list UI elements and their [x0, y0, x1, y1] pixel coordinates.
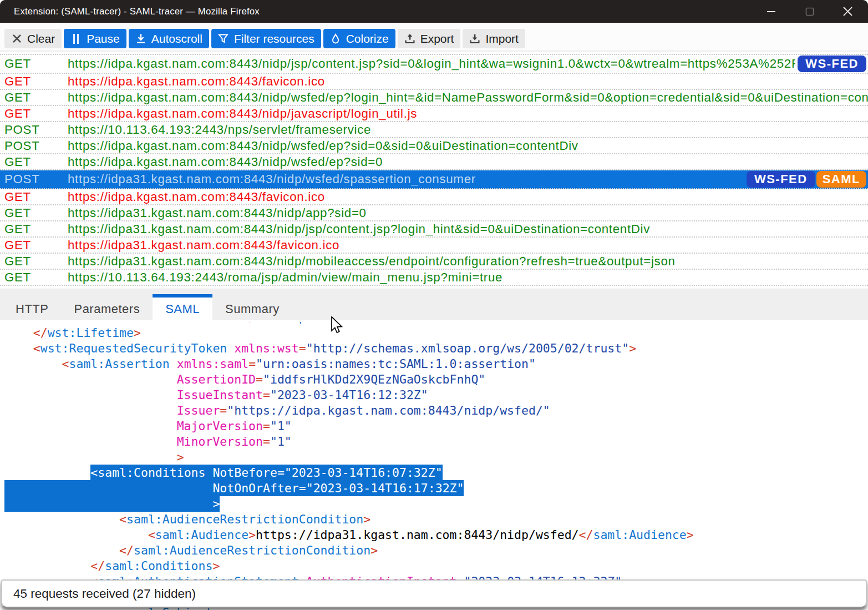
request-url: https://idpa31.kgast.nam.com:8443/nidp/w…: [68, 172, 744, 186]
pause-button[interactable]: Pause: [64, 29, 126, 48]
window-controls: [752, 0, 868, 23]
clear-icon: [11, 33, 22, 44]
request-row[interactable]: POSThttps://idpa31.kgast.nam.com:8443/ni…: [0, 170, 868, 189]
request-row[interactable]: GEThttps://idpa31.kgast.nam.com:8443/fav…: [0, 238, 868, 254]
tab-http[interactable]: HTTP: [3, 294, 61, 320]
minimize-button[interactable]: [752, 0, 790, 23]
request-row[interactable]: GEThttps://idpa.kgast.nam.com:8443/nidp/…: [0, 154, 868, 170]
colorize-icon: [330, 33, 341, 44]
request-row[interactable]: GEThttps://idpa.kgast.nam.com:8443/nidp/…: [0, 90, 868, 106]
request-list: GEThttps://idpa.kgast.nam.com:8443/nidp/…: [0, 54, 868, 286]
request-method: GET: [4, 57, 68, 71]
request-row[interactable]: GEThttps://10.113.64.193:2443/roma/jsp/a…: [0, 270, 868, 286]
request-method: GET: [4, 90, 68, 105]
detail-tabbar: HTTPParametersSAMLSummary: [0, 289, 868, 320]
tab-parameters[interactable]: Parameters: [61, 294, 153, 320]
clear-button[interactable]: Clear: [4, 29, 62, 48]
tab-summary[interactable]: Summary: [212, 294, 292, 320]
request-badges: WS-FEDSAML: [747, 171, 868, 188]
export-label: Export: [420, 32, 454, 46]
request-method: POST: [4, 139, 68, 153]
request-url: https://idpa.kgast.nam.com:8443/nidp/jsp…: [68, 57, 795, 71]
request-row[interactable]: GEThttps://idpa.kgast.nam.com:8443/nidp/…: [0, 55, 868, 74]
request-url: https://idpa.kgast.nam.com:8443/nidp/wsf…: [68, 155, 868, 169]
export-icon: [404, 33, 415, 44]
request-method: POST: [4, 123, 68, 137]
autoscroll-button[interactable]: Autoscroll: [129, 29, 209, 48]
request-row[interactable]: GEThttps://idpa.kgast.nam.com:8443/nidp/…: [0, 106, 868, 122]
request-method: GET: [4, 270, 68, 285]
maximize-icon: [805, 7, 814, 16]
request-url: https://10.113.64.193:2443/roma/jsp/admi…: [68, 270, 868, 285]
request-method: GET: [4, 238, 68, 253]
request-url: https://idpa31.kgast.nam.com:8443/favico…: [68, 238, 868, 253]
import-label: Import: [485, 32, 519, 46]
request-method: GET: [4, 74, 68, 89]
request-url: https://idpa.kgast.nam.com:8443/nidp/jav…: [68, 107, 868, 121]
request-method: POST: [4, 172, 68, 186]
request-row[interactable]: POSThttps://10.113.64.193:2443/nps/servl…: [0, 122, 868, 138]
saml-tracer-window: { "window": { "title": "Extension: (SAML…: [0, 0, 868, 610]
import-icon: [469, 33, 480, 44]
request-method: GET: [4, 222, 68, 236]
request-url: https://idpa31.kgast.nam.com:8443/nidp/j…: [68, 222, 868, 236]
request-url: https://idpa.kgast.nam.com:8443/nidp/wsf…: [68, 90, 868, 105]
close-icon: [842, 6, 853, 17]
colorize-label: Colorize: [346, 32, 389, 46]
autoscroll-label: Autoscroll: [151, 32, 202, 46]
request-method: GET: [4, 254, 68, 269]
clear-label: Clear: [27, 32, 55, 46]
maximize-button[interactable]: [790, 0, 829, 23]
request-url: https://idpa.kgast.nam.com:8443/favicon.…: [68, 190, 868, 204]
autoscroll-icon: [135, 33, 146, 44]
request-url: https://10.113.64.193:2443/nps/servlet/f…: [68, 123, 868, 137]
request-url: https://idpa.kgast.nam.com:8443/nidp/wsf…: [68, 139, 868, 153]
request-row[interactable]: POSThttps://idpa.kgast.nam.com:8443/nidp…: [0, 138, 868, 154]
status-text: 45 requests received (27 hidden): [13, 587, 196, 601]
saml-xml-content: 2023-03-14T16:17:32Z</wsu:Expires> </wst…: [0, 322, 868, 610]
window-title: Extension: (SAML-tracer) - SAML-tracer —…: [14, 6, 260, 17]
mouse-cursor: [331, 316, 344, 334]
request-url: https://idpa31.kgast.nam.com:8443/nidp/a…: [68, 206, 868, 220]
pause-icon: [70, 33, 82, 44]
status-bar: 45 requests received (27 hidden): [1, 579, 867, 608]
filter-icon: [218, 33, 229, 44]
toolbar: ClearPauseAutoscrollFilter resourcesColo…: [0, 23, 868, 52]
minimize-icon: [767, 7, 776, 16]
request-row[interactable]: GEThttps://idpa31.kgast.nam.com:8443/nid…: [0, 254, 868, 270]
import-button[interactable]: Import: [463, 29, 525, 48]
request-method: GET: [4, 190, 68, 204]
saml-badge: SAML: [816, 171, 866, 188]
request-method: GET: [4, 206, 68, 220]
filter-resources-label: Filter resources: [234, 32, 314, 46]
request-row[interactable]: GEThttps://idpa31.kgast.nam.com:8443/nid…: [0, 221, 868, 238]
ws-fed-badge: WS-FED: [798, 56, 866, 72]
tab-saml[interactable]: SAML: [153, 294, 212, 320]
request-url: https://idpa31.kgast.nam.com:8443/nidp/m…: [68, 254, 868, 269]
filter-resources-button[interactable]: Filter resources: [211, 29, 321, 48]
saml-detail-pane[interactable]: 2023-03-14T16:17:32Z</wsu:Expires> </wst…: [0, 322, 868, 610]
request-url: https://idpa.kgast.nam.com:8443/favicon.…: [68, 74, 868, 89]
request-row[interactable]: GEThttps://idpa.kgast.nam.com:8443/favic…: [0, 74, 868, 90]
close-button[interactable]: [829, 0, 867, 23]
ws-fed-badge: WS-FED: [747, 171, 815, 188]
request-row[interactable]: GEThttps://idpa31.kgast.nam.com:8443/nid…: [0, 205, 868, 221]
request-row[interactable]: GEThttps://idpa.kgast.nam.com:8443/favic…: [0, 189, 868, 205]
request-method: GET: [4, 107, 68, 121]
colorize-button[interactable]: Colorize: [323, 29, 395, 48]
pause-label: Pause: [87, 32, 120, 46]
request-badges: WS-FED: [798, 56, 868, 72]
request-method: GET: [4, 155, 68, 169]
export-button[interactable]: Export: [398, 29, 461, 48]
titlebar: Extension: (SAML-tracer) - SAML-tracer —…: [0, 0, 868, 23]
